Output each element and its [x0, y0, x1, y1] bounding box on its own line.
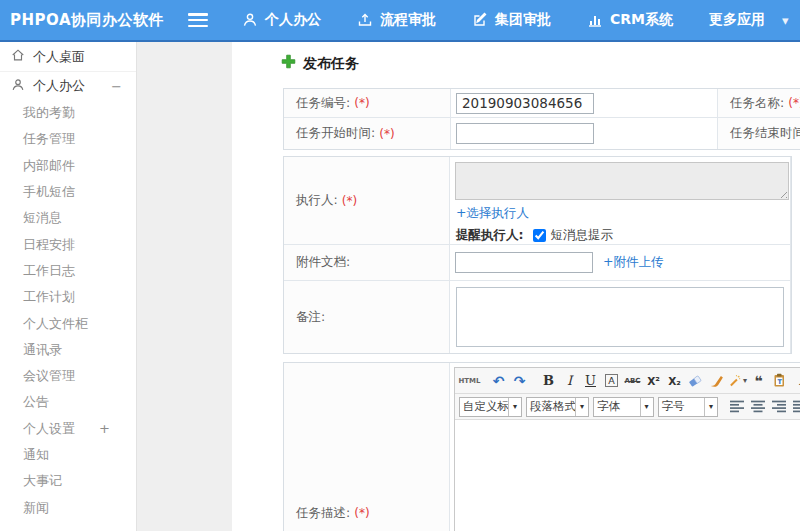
required-mark: (*)	[342, 194, 357, 208]
eraser-icon[interactable]	[686, 371, 705, 391]
nav-label: 个人办公	[265, 11, 321, 29]
sidebar-item-work-plan[interactable]: 工作计划	[0, 284, 136, 310]
paste-icon[interactable]: T	[770, 371, 789, 391]
sidebar-item-mobile-sms[interactable]: 手机短信	[0, 179, 136, 205]
sidebar-item-label: 个人桌面	[33, 48, 85, 66]
nav-item-crm-system[interactable]: CRM系统	[587, 11, 673, 29]
remark-textarea[interactable]	[456, 287, 784, 347]
sidebar-item-memorabilia[interactable]: 大事记	[0, 468, 136, 494]
field-label: 附件文档:	[296, 254, 350, 271]
nav-item-group-approval[interactable]: 集团审批	[472, 11, 551, 29]
font-size-select[interactable]: 字号	[658, 397, 719, 417]
sidebar-item-notice[interactable]: 通知	[0, 442, 136, 468]
redo-icon[interactable]	[510, 371, 529, 391]
italic-button[interactable]: I	[560, 371, 579, 391]
sidebar-item-label: 工作计划	[23, 288, 75, 306]
task-no-label-cell: 任务编号: (*)	[284, 89, 451, 118]
font-style-box-button[interactable]: A	[602, 371, 621, 391]
task-no-input[interactable]	[456, 93, 594, 114]
align-left-icon[interactable]	[728, 398, 746, 416]
align-justify-icon[interactable]	[791, 398, 800, 416]
custom-heading-select[interactable]: 自定义标题	[459, 397, 522, 417]
chevron-down-icon	[640, 398, 653, 416]
user-icon	[242, 12, 258, 28]
form-block-middle: 执行人: (*) +选择执行人 提醒执行人: 短消息提示 附件文档: +附件上传	[283, 156, 792, 354]
undo-icon[interactable]	[489, 371, 508, 391]
align-center-icon[interactable]	[749, 398, 767, 416]
superscript-button[interactable]: X²	[644, 371, 663, 391]
sidebar-item-personal-office[interactable]: 个人办公 −	[0, 72, 136, 100]
sms-remind-checkbox[interactable]	[533, 229, 546, 242]
sidebar-item-label: 公告	[23, 393, 49, 411]
align-right-icon[interactable]	[770, 398, 788, 416]
required-mark: (*)	[788, 96, 800, 110]
blockquote-icon[interactable]	[749, 371, 768, 391]
sidebar-item-schedule[interactable]: 日程安排	[0, 231, 136, 257]
paragraph-format-select[interactable]: 段落格式	[526, 397, 589, 417]
sms-remind-label: 短消息提示	[551, 227, 614, 244]
alignment-buttons	[728, 398, 800, 416]
sidebar-item-personal-files[interactable]: 个人文件柜	[0, 310, 136, 336]
strikethrough-button[interactable]: ABC	[623, 371, 642, 391]
top-nav: 个人办公 流程审批 集团审批 CRM系统 更多应用	[242, 11, 789, 29]
publish-task-form: 任务编号: (*) 任务名称: (*) 任务开始时间: (*) 任务结束时间: …	[283, 88, 800, 531]
html-source-button[interactable]: HTML	[460, 371, 479, 391]
sidebar-item-label: 日程安排	[23, 236, 75, 254]
field-label: 执行人:	[296, 192, 338, 209]
sidebar-item-label: 会议管理	[23, 367, 75, 385]
description-label-cell: 任务描述: (*)	[284, 363, 450, 531]
sidebar-item-short-message[interactable]: 短消息	[0, 205, 136, 231]
select-label: 段落格式	[527, 399, 575, 414]
attachment-input[interactable]	[455, 252, 593, 273]
sidebar-item-news[interactable]: 新闻	[0, 494, 136, 520]
app-logo: PHPOA协同办公软件	[10, 11, 188, 30]
hamburger-menu-icon[interactable]	[188, 13, 208, 27]
sidebar-item-my-attendance[interactable]: 我的考勤	[0, 100, 136, 126]
select-label: 字体	[594, 399, 640, 414]
start-time-label-cell: 任务开始时间: (*)	[284, 118, 451, 149]
chevron-down-icon	[575, 398, 588, 416]
upload-flow-icon	[357, 12, 373, 28]
select-label: 自定义标题	[460, 399, 508, 414]
sidebar-item-contacts[interactable]: 通讯录	[0, 337, 136, 363]
collapse-minus-toggle[interactable]: −	[111, 79, 122, 94]
sidebar-item-task-management[interactable]: 任务管理	[0, 126, 136, 152]
sidebar-item-personal-settings[interactable]: 个人设置 +	[0, 416, 136, 442]
sidebar-item-internal-mail[interactable]: 内部邮件	[0, 153, 136, 179]
nav-item-personal-office[interactable]: 个人办公	[242, 11, 321, 29]
format-brush-icon[interactable]	[707, 371, 726, 391]
underline-button[interactable]: U	[581, 371, 600, 391]
required-mark: (*)	[354, 96, 369, 110]
sidebar-item-label: 个人设置	[23, 420, 75, 438]
attachment-upload-link[interactable]: +附件上传	[603, 254, 663, 271]
nav-item-more-apps[interactable]: 更多应用	[709, 11, 789, 29]
sidebar-item-work-log[interactable]: 工作日志	[0, 258, 136, 284]
bold-button[interactable]: B	[539, 371, 558, 391]
nav-label: 集团审批	[495, 11, 551, 29]
nav-label: 流程审批	[380, 11, 436, 29]
font-family-select[interactable]: 字体	[593, 397, 654, 417]
choose-executor-link[interactable]: +选择执行人	[456, 205, 529, 222]
editor-content-area[interactable]	[455, 420, 800, 531]
attachment-label-cell: 附件文档:	[284, 245, 450, 281]
sidebar-item-label: 通讯录	[23, 341, 62, 359]
sidebar-item-label: 个人文件柜	[23, 315, 88, 333]
sidebar-item-announcement[interactable]: 公告	[0, 389, 136, 415]
field-label: 任务编号:	[296, 95, 350, 112]
field-label: 备注:	[296, 309, 325, 326]
start-time-input[interactable]	[456, 123, 594, 144]
field-label: 任务描述:	[296, 505, 350, 522]
magic-pen-icon[interactable]	[728, 371, 747, 391]
sidebar-item-label: 个人办公	[33, 77, 85, 95]
nav-item-workflow-approval[interactable]: 流程审批	[357, 11, 436, 29]
resize-handle[interactable]	[778, 189, 787, 198]
home-icon	[11, 48, 25, 65]
executor-textarea[interactable]	[455, 162, 789, 200]
main-content-panel: 发布任务 任务编号: (*) 任务名称: (*) 任务开始时间: (*)	[232, 42, 800, 531]
select-label: 字号	[659, 399, 705, 414]
subscript-button[interactable]: X₂	[665, 371, 684, 391]
sidebar-item-meeting-management[interactable]: 会议管理	[0, 363, 136, 389]
remark-field-cell	[450, 281, 791, 353]
sidebar-item-personal-desktop[interactable]: 个人桌面	[0, 42, 136, 72]
expand-plus-toggle[interactable]: +	[99, 421, 110, 436]
